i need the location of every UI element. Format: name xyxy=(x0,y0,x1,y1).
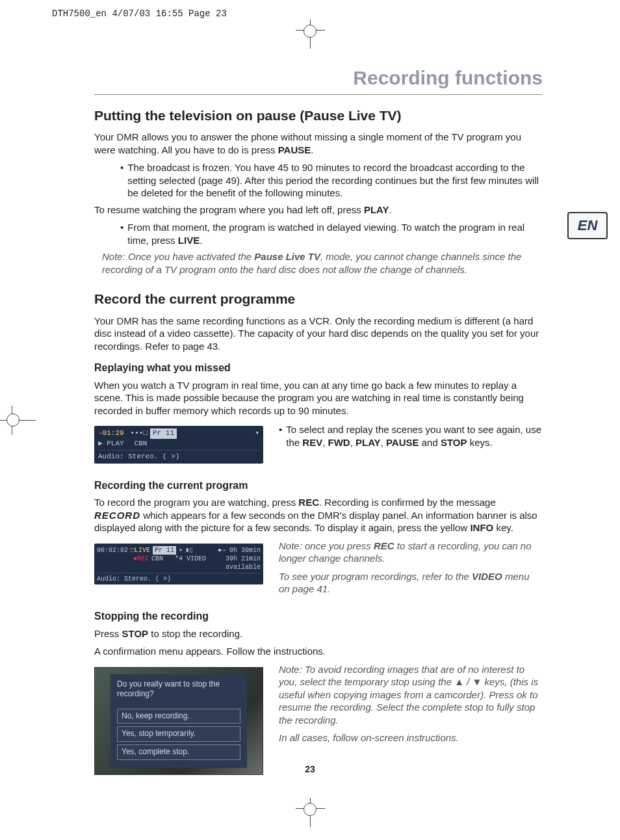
resume-line: To resume watching the program where you… xyxy=(94,203,543,217)
bullet-delayed-viewing: • From that moment, the program is watch… xyxy=(120,221,543,246)
heading-stop-recording: Stopping the recording xyxy=(94,610,543,623)
heading-recording-program: Recording the current program xyxy=(94,479,543,493)
note-stop-2: In all cases, follow on-screen instructi… xyxy=(279,731,543,744)
section-title: Recording functions xyxy=(94,65,543,90)
osd-banner-rec: 00:02:02 □LIVE Pr 11 ▾ ▮▯ ●→ 0h 30min ●R… xyxy=(94,544,263,584)
osd-channel: CBN xyxy=(135,439,148,449)
osd-signal-icon: •••□ xyxy=(131,428,148,438)
dialog-option-complete[interactable]: Yes, complete stop. xyxy=(117,744,240,760)
osd-program-number: Pr 11 xyxy=(150,428,177,438)
osd2-remaining1: ●→ 0h 30min xyxy=(218,546,261,555)
record-intro: Your DMR has the same recording function… xyxy=(94,315,543,353)
osd2-rec-label: ●REC xyxy=(133,555,149,563)
osd2-program-number: Pr 11 xyxy=(153,546,176,555)
osd-audio: Audio: Stereo. ( >) xyxy=(98,452,179,462)
osd2-time: 00:02:02 xyxy=(97,546,128,555)
record-display-glyph: RECORD xyxy=(94,510,140,521)
language-tab: EN xyxy=(567,212,608,239)
print-header: DTH7500_en 4/07/03 16:55 Page 23 xyxy=(52,8,227,20)
bullet-select-replay: • To select and replay the scenes you wa… xyxy=(279,423,543,449)
divider xyxy=(94,94,543,95)
registration-mark-top xyxy=(310,20,311,49)
recording-program-paragraph: To record the program you are watching, … xyxy=(94,496,543,534)
heading-record-current: Record the current programme xyxy=(94,290,543,308)
arrow-keys-icon: ▲ / ▼ xyxy=(454,676,482,687)
osd2-disc-icon: ▮▯ xyxy=(185,546,193,555)
osd2-channel: CBN xyxy=(151,555,163,563)
dialog-option-keep[interactable]: No, keep recording. xyxy=(117,709,240,724)
note-rec: Note: once you press REC to start a reco… xyxy=(279,540,543,565)
dialog-question: Do you really want to stop the recording… xyxy=(117,679,240,700)
pause-intro: Your DMR allows you to answer the phone … xyxy=(94,131,543,156)
osd-banner-play: -01:29 •••□ Pr 11 ▾ ▶ PLAY CBN Audio: St… xyxy=(94,426,263,463)
osd2-mode: *4 VIDEO xyxy=(175,555,206,563)
osd2-remaining2: 39h 21min xyxy=(226,555,261,563)
stop-paragraph-1: Press STOP to stop the recording. xyxy=(94,627,543,640)
osd-play-label: ▶ PLAY xyxy=(98,439,124,449)
heading-pause-live-tv: Putting the television on pause (Pause L… xyxy=(94,107,543,124)
registration-mark-left xyxy=(0,420,36,421)
osd2-dropdown-icon: ▾ xyxy=(179,546,183,555)
osd-time: -01:29 xyxy=(98,428,124,438)
note-pause-live-tv: Note: Once you have activated the Pause … xyxy=(102,250,543,276)
note-video-menu: To see your program recordings, refer to… xyxy=(279,570,543,596)
bullet-broadcast-frozen: • The broadcast is frozen. You have 45 t… xyxy=(120,161,543,200)
dialog-option-temp[interactable]: Yes, stop temporarily. xyxy=(117,726,240,742)
osd2-live-label: □LIVE xyxy=(131,546,150,555)
osd2-audio: Audio: Stereo. ( >) xyxy=(97,575,171,583)
osd-dropdown-icon: ▾ xyxy=(255,428,259,438)
stop-dialog: Do you really want to stop the recording… xyxy=(110,674,247,768)
screenshot-stop-dialog: Do you really want to stop the recording… xyxy=(94,667,263,775)
page-number: 23 xyxy=(305,763,315,775)
osd2-available: available xyxy=(226,563,261,571)
registration-mark-bottom xyxy=(310,798,311,827)
note-stop-1: Note: To avoid recording images that are… xyxy=(279,663,543,727)
heading-replaying: Replaying what you missed xyxy=(94,361,543,375)
replaying-paragraph: When you watch a TV program in real time… xyxy=(94,379,543,417)
stop-paragraph-2: A confirmation menu appears. Follow the … xyxy=(94,645,543,658)
